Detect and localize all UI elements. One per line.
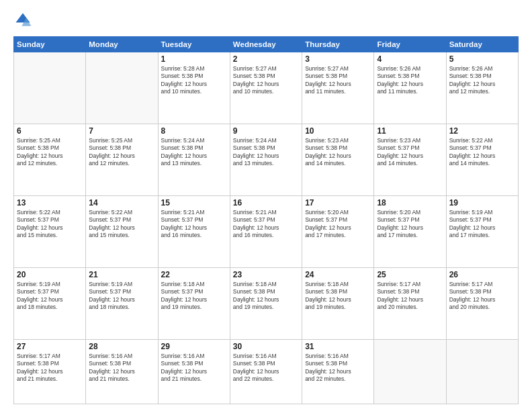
day-number: 26	[449, 270, 515, 279]
calendar-week-4: 20Sunrise: 5:19 AM Sunset: 5:37 PM Dayli…	[14, 267, 519, 339]
calendar-cell: 4Sunrise: 5:26 AM Sunset: 5:38 PM Daylig…	[374, 52, 446, 124]
day-info: Sunrise: 5:18 AM Sunset: 5:38 PM Dayligh…	[305, 281, 371, 312]
day-number: 24	[305, 270, 371, 279]
day-number: 6	[17, 126, 83, 136]
calendar-cell: 22Sunrise: 5:18 AM Sunset: 5:37 PM Dayli…	[158, 267, 230, 339]
calendar-cell: 19Sunrise: 5:19 AM Sunset: 5:37 PM Dayli…	[446, 195, 518, 267]
calendar-cell	[14, 52, 86, 124]
day-number: 21	[89, 270, 154, 279]
day-number: 15	[161, 198, 227, 208]
day-number: 20	[17, 270, 83, 279]
calendar-cell: 1Sunrise: 5:28 AM Sunset: 5:38 PM Daylig…	[158, 52, 230, 124]
weekday-header-row: SundayMondayTuesdayWednesdayThursdayFrid…	[14, 37, 519, 52]
day-number: 5	[449, 54, 515, 64]
day-info: Sunrise: 5:19 AM Sunset: 5:37 PM Dayligh…	[89, 281, 154, 312]
day-number: 9	[233, 126, 299, 136]
calendar-cell: 27Sunrise: 5:17 AM Sunset: 5:38 PM Dayli…	[14, 339, 86, 404]
calendar-cell: 17Sunrise: 5:20 AM Sunset: 5:37 PM Dayli…	[302, 195, 374, 267]
day-number: 22	[161, 270, 227, 279]
day-number: 19	[449, 198, 515, 208]
calendar-cell: 24Sunrise: 5:18 AM Sunset: 5:38 PM Dayli…	[302, 267, 374, 339]
day-number: 8	[161, 126, 227, 136]
day-info: Sunrise: 5:24 AM Sunset: 5:38 PM Dayligh…	[233, 137, 299, 168]
calendar-table: SundayMondayTuesdayWednesdayThursdayFrid…	[13, 36, 519, 404]
weekday-header-wednesday: Wednesday	[230, 37, 302, 52]
day-number: 29	[161, 342, 227, 351]
day-info: Sunrise: 5:18 AM Sunset: 5:38 PM Dayligh…	[233, 281, 299, 312]
calendar-cell	[86, 52, 158, 124]
day-number: 18	[377, 198, 443, 208]
day-info: Sunrise: 5:27 AM Sunset: 5:38 PM Dayligh…	[305, 65, 371, 96]
page: SundayMondayTuesdayWednesdayThursdayFrid…	[0, 0, 532, 411]
weekday-header-monday: Monday	[86, 37, 158, 52]
calendar-week-3: 13Sunrise: 5:22 AM Sunset: 5:37 PM Dayli…	[14, 195, 519, 267]
calendar-cell: 18Sunrise: 5:20 AM Sunset: 5:37 PM Dayli…	[374, 195, 446, 267]
day-info: Sunrise: 5:19 AM Sunset: 5:37 PM Dayligh…	[17, 281, 83, 312]
day-info: Sunrise: 5:17 AM Sunset: 5:38 PM Dayligh…	[449, 281, 515, 312]
day-info: Sunrise: 5:26 AM Sunset: 5:38 PM Dayligh…	[377, 65, 443, 96]
day-info: Sunrise: 5:21 AM Sunset: 5:37 PM Dayligh…	[161, 209, 227, 240]
day-number: 10	[305, 126, 371, 136]
calendar-cell: 21Sunrise: 5:19 AM Sunset: 5:37 PM Dayli…	[86, 267, 158, 339]
day-info: Sunrise: 5:16 AM Sunset: 5:38 PM Dayligh…	[233, 353, 299, 383]
calendar-cell: 28Sunrise: 5:16 AM Sunset: 5:38 PM Dayli…	[86, 339, 158, 404]
day-number: 2	[233, 54, 299, 64]
calendar-cell: 11Sunrise: 5:23 AM Sunset: 5:37 PM Dayli…	[374, 124, 446, 195]
day-info: Sunrise: 5:20 AM Sunset: 5:37 PM Dayligh…	[377, 209, 443, 240]
calendar-cell: 23Sunrise: 5:18 AM Sunset: 5:38 PM Dayli…	[230, 267, 302, 339]
day-number: 11	[377, 126, 443, 136]
day-info: Sunrise: 5:16 AM Sunset: 5:38 PM Dayligh…	[89, 353, 154, 383]
day-number: 28	[89, 342, 154, 351]
calendar-cell: 10Sunrise: 5:23 AM Sunset: 5:38 PM Dayli…	[302, 124, 374, 195]
day-info: Sunrise: 5:21 AM Sunset: 5:37 PM Dayligh…	[233, 209, 299, 240]
day-info: Sunrise: 5:26 AM Sunset: 5:38 PM Dayligh…	[449, 65, 515, 96]
calendar-cell: 26Sunrise: 5:17 AM Sunset: 5:38 PM Dayli…	[446, 267, 518, 339]
calendar-cell: 29Sunrise: 5:16 AM Sunset: 5:38 PM Dayli…	[158, 339, 230, 404]
calendar-cell: 8Sunrise: 5:24 AM Sunset: 5:38 PM Daylig…	[158, 124, 230, 195]
weekday-header-friday: Friday	[374, 37, 446, 52]
day-info: Sunrise: 5:23 AM Sunset: 5:38 PM Dayligh…	[305, 137, 371, 168]
calendar-cell	[374, 339, 446, 404]
calendar-week-5: 27Sunrise: 5:17 AM Sunset: 5:38 PM Dayli…	[14, 339, 519, 404]
day-number: 23	[233, 270, 299, 279]
calendar-cell: 20Sunrise: 5:19 AM Sunset: 5:37 PM Dayli…	[14, 267, 86, 339]
calendar-cell: 15Sunrise: 5:21 AM Sunset: 5:37 PM Dayli…	[158, 195, 230, 267]
day-info: Sunrise: 5:19 AM Sunset: 5:37 PM Dayligh…	[449, 209, 515, 240]
day-info: Sunrise: 5:20 AM Sunset: 5:37 PM Dayligh…	[305, 209, 371, 240]
day-info: Sunrise: 5:27 AM Sunset: 5:38 PM Dayligh…	[233, 65, 299, 96]
day-number: 4	[377, 54, 443, 64]
day-info: Sunrise: 5:18 AM Sunset: 5:37 PM Dayligh…	[161, 281, 227, 312]
day-number: 13	[17, 198, 83, 208]
day-number: 14	[89, 198, 154, 208]
day-info: Sunrise: 5:22 AM Sunset: 5:37 PM Dayligh…	[89, 209, 154, 240]
calendar-cell: 2Sunrise: 5:27 AM Sunset: 5:38 PM Daylig…	[230, 52, 302, 124]
day-info: Sunrise: 5:17 AM Sunset: 5:38 PM Dayligh…	[377, 281, 443, 312]
day-info: Sunrise: 5:22 AM Sunset: 5:37 PM Dayligh…	[17, 209, 83, 240]
day-number: 16	[233, 198, 299, 208]
calendar-cell: 13Sunrise: 5:22 AM Sunset: 5:37 PM Dayli…	[14, 195, 86, 267]
calendar-cell: 30Sunrise: 5:16 AM Sunset: 5:38 PM Dayli…	[230, 339, 302, 404]
weekday-header-saturday: Saturday	[446, 37, 518, 52]
day-info: Sunrise: 5:23 AM Sunset: 5:37 PM Dayligh…	[377, 137, 443, 168]
weekday-header-sunday: Sunday	[14, 37, 86, 52]
day-number: 17	[305, 198, 371, 208]
calendar-week-2: 6Sunrise: 5:25 AM Sunset: 5:38 PM Daylig…	[14, 124, 519, 195]
day-number: 3	[305, 54, 371, 64]
calendar-cell: 6Sunrise: 5:25 AM Sunset: 5:38 PM Daylig…	[14, 124, 86, 195]
calendar-cell: 7Sunrise: 5:25 AM Sunset: 5:38 PM Daylig…	[86, 124, 158, 195]
logo-icon	[13, 11, 32, 30]
calendar-week-1: 1Sunrise: 5:28 AM Sunset: 5:38 PM Daylig…	[14, 52, 519, 124]
day-info: Sunrise: 5:25 AM Sunset: 5:38 PM Dayligh…	[17, 137, 83, 168]
calendar-cell: 31Sunrise: 5:16 AM Sunset: 5:38 PM Dayli…	[302, 339, 374, 404]
day-number: 31	[305, 342, 371, 351]
day-info: Sunrise: 5:28 AM Sunset: 5:38 PM Dayligh…	[161, 65, 227, 96]
day-number: 25	[377, 270, 443, 279]
day-number: 27	[17, 342, 83, 351]
day-info: Sunrise: 5:25 AM Sunset: 5:38 PM Dayligh…	[89, 137, 154, 168]
calendar-cell: 9Sunrise: 5:24 AM Sunset: 5:38 PM Daylig…	[230, 124, 302, 195]
calendar-cell: 5Sunrise: 5:26 AM Sunset: 5:38 PM Daylig…	[446, 52, 518, 124]
day-info: Sunrise: 5:16 AM Sunset: 5:38 PM Dayligh…	[305, 353, 371, 383]
weekday-header-thursday: Thursday	[302, 37, 374, 52]
calendar-cell: 12Sunrise: 5:22 AM Sunset: 5:37 PM Dayli…	[446, 124, 518, 195]
day-info: Sunrise: 5:24 AM Sunset: 5:38 PM Dayligh…	[161, 137, 227, 168]
